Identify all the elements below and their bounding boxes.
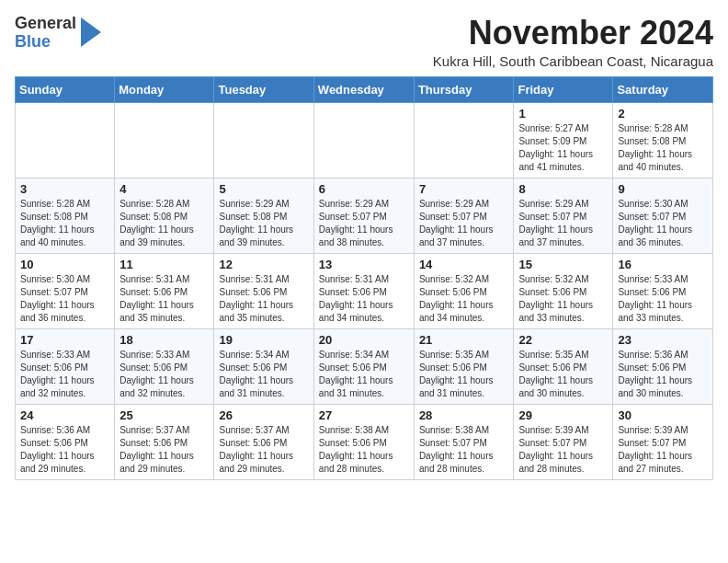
day-info: Sunrise: 5:31 AMSunset: 5:06 PMDaylight:… [119,273,209,325]
calendar-day-cell: 30Sunrise: 5:39 AMSunset: 5:07 PMDayligh… [613,404,713,479]
calendar-week-row: 3Sunrise: 5:28 AMSunset: 5:08 PMDaylight… [16,178,713,253]
month-year-title: November 2024 [433,15,713,52]
day-number: 10 [20,258,109,271]
calendar-day-cell [414,102,514,178]
calendar-day-cell: 4Sunrise: 5:28 AMSunset: 5:08 PMDaylight… [115,178,214,253]
day-number: 18 [119,333,209,347]
calendar-day-cell: 5Sunrise: 5:29 AMSunset: 5:08 PMDaylight… [214,178,313,253]
calendar-day-cell: 19Sunrise: 5:34 AMSunset: 5:06 PMDayligh… [214,328,313,404]
day-number: 21 [419,333,509,347]
day-info: Sunrise: 5:37 AMSunset: 5:06 PMDaylight:… [119,424,209,476]
day-number: 26 [219,408,308,422]
day-info: Sunrise: 5:30 AMSunset: 5:07 PMDaylight:… [618,198,708,249]
day-info: Sunrise: 5:29 AMSunset: 5:08 PMDaylight:… [219,198,308,249]
day-info: Sunrise: 5:27 AMSunset: 5:09 PMDaylight:… [518,122,608,174]
day-info: Sunrise: 5:35 AMSunset: 5:06 PMDaylight:… [518,349,608,400]
day-info: Sunrise: 5:28 AMSunset: 5:08 PMDaylight:… [618,122,708,174]
day-number: 14 [419,258,509,271]
calendar-day-cell: 11Sunrise: 5:31 AMSunset: 5:06 PMDayligh… [115,253,214,328]
day-info: Sunrise: 5:28 AMSunset: 5:08 PMDaylight:… [119,198,209,249]
day-number: 4 [119,182,209,196]
calendar-day-cell: 6Sunrise: 5:29 AMSunset: 5:07 PMDaylight… [313,178,414,253]
day-number: 29 [518,408,608,422]
calendar-table: SundayMondayTuesdayWednesdayThursdayFrid… [15,76,713,480]
day-info: Sunrise: 5:32 AMSunset: 5:06 PMDaylight:… [518,273,608,325]
day-info: Sunrise: 5:38 AMSunset: 5:06 PMDaylight:… [319,424,409,476]
day-info: Sunrise: 5:28 AMSunset: 5:08 PMDaylight:… [20,198,109,249]
location-subtitle: Kukra Hill, South Caribbean Coast, Nicar… [433,53,713,69]
day-info: Sunrise: 5:33 AMSunset: 5:06 PMDaylight:… [119,349,209,400]
calendar-day-cell: 17Sunrise: 5:33 AMSunset: 5:06 PMDayligh… [16,328,115,404]
calendar-day-cell [313,102,414,178]
day-info: Sunrise: 5:38 AMSunset: 5:07 PMDaylight:… [419,424,509,476]
calendar-day-cell: 22Sunrise: 5:35 AMSunset: 5:06 PMDayligh… [514,328,613,404]
calendar-week-row: 24Sunrise: 5:36 AMSunset: 5:06 PMDayligh… [16,404,713,479]
calendar-day-cell [214,102,313,178]
day-info: Sunrise: 5:29 AMSunset: 5:07 PMDaylight:… [518,198,608,249]
day-number: 30 [618,408,708,422]
calendar-week-row: 1Sunrise: 5:27 AMSunset: 5:09 PMDaylight… [16,102,713,178]
day-number: 3 [20,182,109,196]
day-info: Sunrise: 5:39 AMSunset: 5:07 PMDaylight:… [518,424,608,476]
day-of-week-header: Friday [514,76,613,102]
day-number: 25 [119,408,209,422]
day-number: 16 [618,258,708,271]
day-of-week-header: Thursday [414,76,514,102]
day-of-week-header: Saturday [613,76,713,102]
day-number: 7 [419,182,509,196]
calendar-day-cell: 12Sunrise: 5:31 AMSunset: 5:06 PMDayligh… [214,253,313,328]
day-of-week-header: Sunday [16,76,115,102]
day-number: 17 [20,333,109,347]
day-number: 15 [518,258,608,271]
day-info: Sunrise: 5:29 AMSunset: 5:07 PMDaylight:… [319,198,409,249]
day-info: Sunrise: 5:35 AMSunset: 5:06 PMDaylight:… [419,349,509,400]
day-number: 13 [319,258,409,271]
day-number: 9 [618,182,708,196]
calendar-day-cell: 18Sunrise: 5:33 AMSunset: 5:06 PMDayligh… [115,328,214,404]
day-info: Sunrise: 5:37 AMSunset: 5:06 PMDaylight:… [219,424,308,476]
calendar-day-cell: 21Sunrise: 5:35 AMSunset: 5:06 PMDayligh… [414,328,514,404]
day-number: 20 [319,333,409,347]
day-info: Sunrise: 5:36 AMSunset: 5:06 PMDaylight:… [20,424,109,476]
calendar-day-cell: 3Sunrise: 5:28 AMSunset: 5:08 PMDaylight… [16,178,115,253]
day-number: 1 [518,107,608,121]
day-number: 6 [319,182,409,196]
day-of-week-header: Monday [115,76,214,102]
calendar-day-cell: 15Sunrise: 5:32 AMSunset: 5:06 PMDayligh… [514,253,613,328]
calendar-day-cell: 9Sunrise: 5:30 AMSunset: 5:07 PMDaylight… [613,178,713,253]
day-number: 12 [219,258,308,271]
calendar-day-cell: 16Sunrise: 5:33 AMSunset: 5:06 PMDayligh… [613,253,713,328]
calendar-day-cell: 1Sunrise: 5:27 AMSunset: 5:09 PMDaylight… [514,102,613,178]
day-number: 23 [618,333,708,347]
calendar-day-cell: 14Sunrise: 5:32 AMSunset: 5:06 PMDayligh… [414,253,514,328]
calendar-day-cell: 20Sunrise: 5:34 AMSunset: 5:06 PMDayligh… [313,328,414,404]
svg-marker-0 [81,17,101,47]
day-info: Sunrise: 5:36 AMSunset: 5:06 PMDaylight:… [618,349,708,400]
calendar-day-cell: 25Sunrise: 5:37 AMSunset: 5:06 PMDayligh… [115,404,214,479]
calendar-day-cell: 2Sunrise: 5:28 AMSunset: 5:08 PMDaylight… [613,102,713,178]
calendar-day-cell [115,102,214,178]
calendar-day-cell: 28Sunrise: 5:38 AMSunset: 5:07 PMDayligh… [414,404,514,479]
calendar-day-cell: 26Sunrise: 5:37 AMSunset: 5:06 PMDayligh… [214,404,313,479]
day-info: Sunrise: 5:33 AMSunset: 5:06 PMDaylight:… [618,273,708,325]
day-info: Sunrise: 5:32 AMSunset: 5:06 PMDaylight:… [419,273,509,325]
calendar-week-row: 17Sunrise: 5:33 AMSunset: 5:06 PMDayligh… [16,328,713,404]
day-number: 19 [219,333,308,347]
calendar-day-cell: 10Sunrise: 5:30 AMSunset: 5:07 PMDayligh… [16,253,115,328]
day-info: Sunrise: 5:31 AMSunset: 5:06 PMDaylight:… [219,273,308,325]
day-number: 28 [419,408,509,422]
day-number: 5 [219,182,308,196]
day-number: 2 [618,107,708,121]
day-number: 24 [20,408,109,422]
logo-general-text: General [15,15,76,33]
calendar-day-cell: 8Sunrise: 5:29 AMSunset: 5:07 PMDaylight… [514,178,613,253]
calendar-day-cell [16,102,115,178]
logo: General Blue [15,15,101,52]
calendar-day-cell: 23Sunrise: 5:36 AMSunset: 5:06 PMDayligh… [613,328,713,404]
day-info: Sunrise: 5:31 AMSunset: 5:06 PMDaylight:… [319,273,409,325]
title-section: November 2024 Kukra Hill, South Caribbea… [433,15,713,69]
day-number: 8 [518,182,608,196]
calendar-day-cell: 13Sunrise: 5:31 AMSunset: 5:06 PMDayligh… [313,253,414,328]
calendar-day-cell: 7Sunrise: 5:29 AMSunset: 5:07 PMDaylight… [414,178,514,253]
day-info: Sunrise: 5:33 AMSunset: 5:06 PMDaylight:… [20,349,109,400]
